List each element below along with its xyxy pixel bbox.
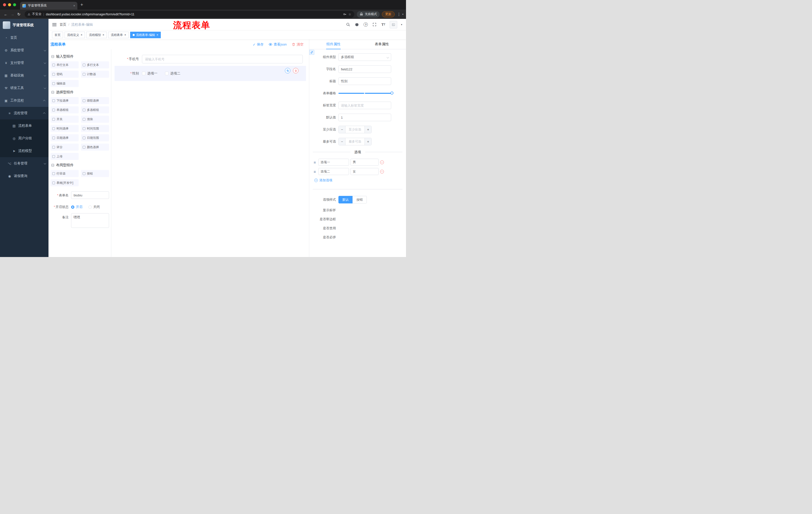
clear-button[interactable]: 清空 xyxy=(292,42,303,47)
view-json-button[interactable]: 查看json xyxy=(268,42,287,47)
sidebar-logo[interactable]: 芋道管理系统 xyxy=(0,19,49,31)
gender-checkbox-option2[interactable]: 选项二 xyxy=(165,71,181,76)
palette-item-editor[interactable]: 编辑器 xyxy=(51,80,79,87)
incognito-badge[interactable]: 无痕模式 xyxy=(357,11,380,18)
save-button[interactable]: ✓ 保存 xyxy=(253,42,264,47)
palette-item-counter[interactable]: 计数器 xyxy=(81,71,109,78)
palette-item-multi-text[interactable]: 多行文本 xyxy=(81,61,109,69)
component-type-select[interactable]: 多选框组 xyxy=(339,53,391,61)
tab-component-props[interactable]: 组件属性 xyxy=(309,39,358,49)
copy-component-button[interactable] xyxy=(285,68,290,74)
palette-item-password[interactable]: 密码 xyxy=(51,71,79,78)
palette-item-row-container[interactable]: 行容器 xyxy=(51,170,79,177)
drag-handle-icon[interactable]: ≡ xyxy=(313,169,317,174)
sidebar-item-system[interactable]: ⚙ 系统管理 xyxy=(0,44,49,57)
tag-process-form[interactable]: 流程表单 × xyxy=(108,32,128,38)
palette-item-time-picker[interactable]: 时间选择 xyxy=(51,125,79,132)
option1-label-input[interactable] xyxy=(318,159,349,166)
help-icon[interactable]: ? xyxy=(363,22,368,27)
phone-input[interactable] xyxy=(142,55,303,63)
decrement-button[interactable]: − xyxy=(339,126,345,133)
url-text[interactable]: dashboard.yudao.iocoder.cn/bpm/manager/f… xyxy=(46,12,341,16)
decrement-button[interactable]: − xyxy=(339,138,345,145)
palette-item-select[interactable]: 下拉选择 xyxy=(51,97,79,104)
palette-item-rate[interactable]: 评分 xyxy=(51,143,79,151)
increment-button[interactable]: + xyxy=(365,138,371,145)
palette-item-color-picker[interactable]: 颜色选择 xyxy=(81,143,109,151)
form-remark-textarea[interactable]: 嘿嘿 xyxy=(71,213,109,228)
sidebar-item-process-model[interactable]: ➤ 流程模型 xyxy=(0,144,49,157)
add-option-button[interactable]: + 添加选项 xyxy=(314,178,406,183)
fullscreen-icon[interactable] xyxy=(372,22,377,27)
increment-button[interactable]: + xyxy=(365,126,371,133)
tag-home[interactable]: 首页 xyxy=(52,32,63,38)
delete-component-button[interactable] xyxy=(293,68,298,74)
style-default-button[interactable]: 默认 xyxy=(339,196,353,204)
browser-menu-icon[interactable]: ⋮ xyxy=(397,12,401,17)
search-icon[interactable] xyxy=(346,22,351,27)
sidebar-item-infra[interactable]: ▦ 基础设施 xyxy=(0,69,49,82)
option2-label-input[interactable] xyxy=(318,168,349,175)
palette-item-checkbox-group[interactable]: 多选框组 xyxy=(81,106,109,113)
grid-slider[interactable] xyxy=(339,89,393,97)
palette-item-switch[interactable]: 开关 xyxy=(51,116,79,123)
palette-item-button[interactable]: 按钮 xyxy=(81,170,109,177)
sidebar-item-devtools[interactable]: ⚒ 研发工具 xyxy=(0,82,49,94)
title-input[interactable] xyxy=(339,77,391,85)
new-tab-button[interactable]: + xyxy=(80,2,83,7)
status-radio-off[interactable]: 关闭 xyxy=(88,205,100,209)
tag-close-icon[interactable]: × xyxy=(124,33,126,37)
form-canvas[interactable]: *手机号 *性别 选项一 选项二 xyxy=(111,49,309,257)
sidebar-item-workflow[interactable]: ▣ 工作流程 xyxy=(0,94,49,107)
palette-item-time-range[interactable]: 时间范围 xyxy=(81,125,109,132)
back-icon[interactable]: ← xyxy=(2,11,9,18)
palette-item-upload[interactable]: 上传 xyxy=(51,153,79,160)
min-select-input[interactable] xyxy=(345,126,365,133)
remove-option-button[interactable]: − xyxy=(380,170,384,173)
status-radio-on[interactable]: 开启 xyxy=(71,205,82,209)
sidebar-item-leave-query[interactable]: ◉ 请假查询 xyxy=(0,170,49,182)
palette-item-cascader[interactable]: 级联选择 xyxy=(81,97,109,104)
breadcrumb-home[interactable]: 首页 xyxy=(60,22,66,27)
forward-icon[interactable]: → xyxy=(9,11,16,18)
tab-form-props[interactable]: 表单属性 xyxy=(358,39,406,49)
sidebar-item-process-form[interactable]: ▤ 流程表单 xyxy=(0,119,49,132)
tab-close-icon[interactable]: × xyxy=(73,4,75,7)
palette-item-date-range[interactable]: 日期范围 xyxy=(81,134,109,141)
tag-process-model[interactable]: 流程模型 × xyxy=(86,32,107,38)
tag-process-definition[interactable]: 流程定义 × xyxy=(64,32,85,38)
update-button[interactable]: 更新 xyxy=(382,11,395,17)
field-name-input[interactable] xyxy=(339,65,391,73)
tag-process-form-edit[interactable]: 流程表单-编辑 × xyxy=(130,32,161,38)
bookmark-star-icon[interactable]: ☆ xyxy=(348,12,351,16)
option1-value-input[interactable] xyxy=(350,159,379,166)
sidebar-item-process-mgmt[interactable]: ≡ 流程管理 xyxy=(0,107,49,119)
browser-tab[interactable]: 芋道管理系统 × xyxy=(20,2,77,9)
sidebar-item-user-group[interactable]: ◎ 用户分组 xyxy=(0,132,49,144)
avatar-caret-icon[interactable]: ▾ xyxy=(401,23,402,26)
security-label[interactable]: 不安全 xyxy=(32,12,42,16)
gender-field-selected[interactable]: *性别 选项一 选项二 xyxy=(115,66,306,81)
reload-icon[interactable]: ↻ xyxy=(16,11,22,18)
max-select-input[interactable] xyxy=(345,138,365,145)
remove-option-button[interactable]: − xyxy=(380,160,384,164)
drag-handle-icon[interactable]: ≡ xyxy=(313,160,317,164)
password-key-icon[interactable] xyxy=(343,12,347,16)
palette-item-single-text[interactable]: 单行文本 xyxy=(51,61,79,69)
default-value-input[interactable] xyxy=(339,114,391,121)
palette-item-slider[interactable]: 滑块 xyxy=(81,116,109,123)
label-width-input[interactable] xyxy=(339,102,391,109)
maximize-window-button[interactable] xyxy=(13,3,16,6)
font-size-icon[interactable]: TT xyxy=(381,22,386,27)
tag-close-icon[interactable]: × xyxy=(81,33,82,37)
phone-field-row[interactable]: *手机号 xyxy=(111,55,303,63)
style-button-button[interactable]: 按钮 xyxy=(352,196,367,204)
hamburger-icon[interactable] xyxy=(52,23,57,26)
tag-close-icon[interactable]: × xyxy=(156,33,158,37)
close-window-button[interactable] xyxy=(3,3,6,6)
sidebar-item-payment[interactable]: ¥ 支付管理 xyxy=(0,57,49,69)
minimize-window-button[interactable] xyxy=(8,3,11,6)
palette-item-radio-group[interactable]: 单选框组 xyxy=(51,106,79,113)
link-chip-button[interactable] xyxy=(309,50,314,55)
github-icon[interactable] xyxy=(354,22,359,27)
